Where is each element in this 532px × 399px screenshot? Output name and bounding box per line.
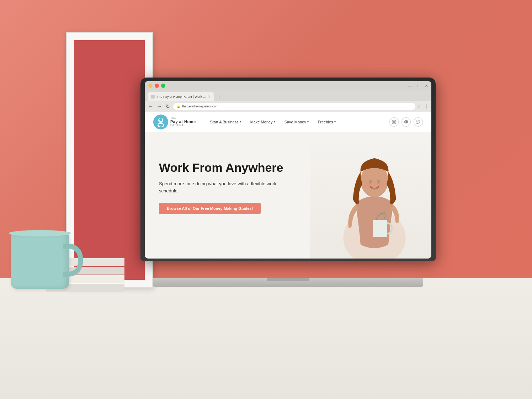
new-tab-btn[interactable]: + xyxy=(216,93,223,100)
hero-subtitle: Spend more time doing what you love with… xyxy=(159,180,287,194)
svg-point-2 xyxy=(159,118,162,121)
close-icon[interactable]: ✕ xyxy=(425,84,428,88)
titlebar-right: — □ ✕ xyxy=(408,84,428,88)
svg-point-8 xyxy=(368,180,372,184)
browser-menu-btn[interactable]: ⋮ xyxy=(424,103,429,109)
twitter-btn[interactable] xyxy=(414,117,423,127)
tab-favicon xyxy=(151,95,155,99)
refresh-btn[interactable]: ↻ xyxy=(165,103,171,110)
bookmark-btn[interactable]: ☆ xyxy=(417,104,421,109)
url-text: thepayathomeparent.com xyxy=(182,105,218,108)
svg-point-11 xyxy=(364,183,371,187)
nav-freebies-label: Freebies xyxy=(318,120,333,124)
svg-point-12 xyxy=(378,183,385,187)
nav-make-money-chevron: ▾ xyxy=(274,120,275,123)
instagram-icon xyxy=(392,120,396,124)
mug-rim xyxy=(9,230,71,236)
forward-btn[interactable]: → xyxy=(156,103,163,110)
nav-start-business[interactable]: Start A Business ▾ xyxy=(207,118,245,126)
title-bar: — □ ✕ xyxy=(145,81,431,90)
nav-save-money-chevron: ▾ xyxy=(307,120,309,123)
back-btn[interactable]: ← xyxy=(148,103,154,110)
frame-inner xyxy=(74,40,145,280)
minimize-icon[interactable]: — xyxy=(408,84,411,88)
logo-parent: PARENT xyxy=(170,124,196,127)
window-controls xyxy=(148,84,165,88)
desk-surface xyxy=(0,278,532,399)
hero-section: Work From Anywhere Spend more time doing… xyxy=(145,132,431,259)
close-btn[interactable] xyxy=(155,84,159,88)
laptop-base xyxy=(153,278,423,287)
svg-rect-3 xyxy=(392,120,396,124)
hero-image xyxy=(310,132,431,259)
browser-window: — □ ✕ The Pay at Home Parent | Work ... … xyxy=(145,81,431,259)
logo-svg xyxy=(155,117,166,127)
instagram-btn[interactable] xyxy=(389,117,399,127)
twitter-icon xyxy=(416,120,420,124)
site-logo: THE Pay at Home PARENT xyxy=(153,115,196,129)
browser-tab-active[interactable]: The Pay at Home Parent | Work ... ✕ xyxy=(148,92,214,101)
coffee-mug xyxy=(11,234,69,289)
hero-text-block: Work From Anywhere Spend more time doing… xyxy=(159,161,287,214)
site-header: THE Pay at Home PARENT Start A Business … xyxy=(145,112,431,132)
mug-body xyxy=(11,234,69,289)
tab-title: The Pay at Home Parent | Work ... xyxy=(157,95,206,99)
svg-point-9 xyxy=(377,180,381,184)
pinterest-icon xyxy=(404,120,408,124)
hero-cta-button[interactable]: Browse All of Our Free Money-Making Guid… xyxy=(159,203,261,214)
hero-title: Work From Anywhere xyxy=(159,161,287,175)
nav-start-business-label: Start A Business xyxy=(210,120,239,124)
svg-point-4 xyxy=(393,121,395,123)
logo-the: THE xyxy=(170,117,196,119)
screen-bezel: — □ ✕ The Pay at Home Parent | Work ... … xyxy=(145,81,431,259)
minimize-btn[interactable] xyxy=(148,84,153,88)
nav-make-money-label: Make Money xyxy=(250,120,273,124)
nav-save-money-label: Save Money xyxy=(284,120,306,124)
restore-icon[interactable]: □ xyxy=(417,84,419,88)
browser-chrome: — □ ✕ The Pay at Home Parent | Work ... … xyxy=(145,81,431,112)
nav-freebies-chevron: ▾ xyxy=(334,120,336,123)
svg-point-5 xyxy=(395,121,395,121)
website-content: THE Pay at Home PARENT Start A Business … xyxy=(145,112,431,259)
nav-make-money[interactable]: Make Money ▾ xyxy=(247,118,279,126)
svg-rect-10 xyxy=(373,220,387,237)
tab-bar: The Pay at Home Parent | Work ... ✕ + xyxy=(145,90,431,101)
address-input[interactable]: 🔒 thepayathomeparent.com xyxy=(173,103,415,110)
logo-icon xyxy=(153,115,168,129)
tab-close-btn[interactable]: ✕ xyxy=(208,95,211,99)
nav-save-money[interactable]: Save Money ▾ xyxy=(281,118,312,126)
site-nav: Start A Business ▾ Make Money ▾ Save Mon… xyxy=(207,118,389,126)
maximize-btn[interactable] xyxy=(161,84,165,88)
site-social xyxy=(389,117,423,127)
laptop-hinge xyxy=(267,278,309,281)
nav-freebies[interactable]: Freebies ▾ xyxy=(314,118,339,126)
logo-text: THE Pay at Home PARENT xyxy=(170,117,196,127)
nav-start-business-chevron: ▾ xyxy=(240,120,241,123)
laptop-lid: — □ ✕ The Pay at Home Parent | Work ... … xyxy=(140,78,436,261)
lock-icon: 🔒 xyxy=(177,105,180,108)
pinterest-btn[interactable] xyxy=(401,117,411,127)
laptop: — □ ✕ The Pay at Home Parent | Work ... … xyxy=(140,78,436,287)
hero-woman-svg xyxy=(318,132,431,259)
address-bar-row: ← → ↻ 🔒 thepayathomeparent.com ☆ ⋮ xyxy=(145,101,431,112)
